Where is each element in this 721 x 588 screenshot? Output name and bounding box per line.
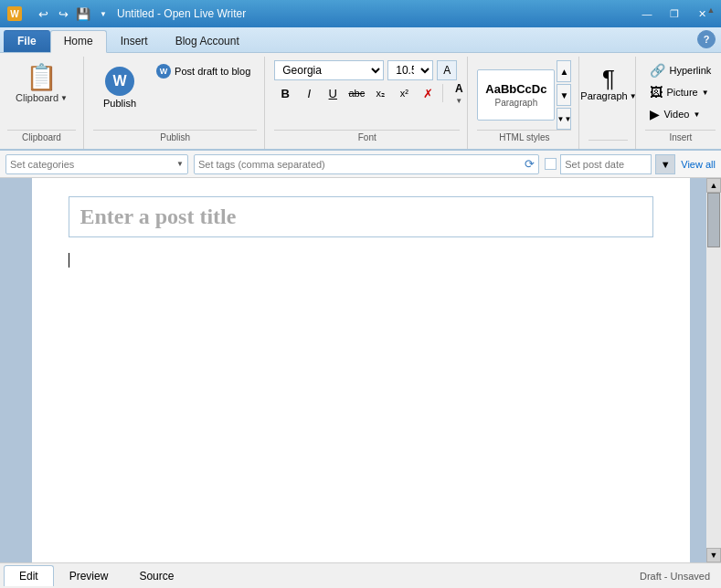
video-button[interactable]: ▶ Video ▼ [645, 104, 705, 124]
date-checkbox[interactable] [545, 158, 557, 170]
style-preview-text: AaBbCcDc [485, 82, 546, 96]
editor-body[interactable] [69, 252, 653, 435]
font-size-select[interactable]: 10.5 [387, 60, 433, 80]
paragraph-button[interactable]: ¶ Paragraph ▼ [570, 60, 646, 108]
video-label: Video [663, 109, 689, 120]
clipboard-label: Clipboard ▼ [16, 92, 68, 103]
superscript-button[interactable]: x² [393, 83, 415, 103]
post-draft-wrap: W Post draft to blog [150, 60, 257, 82]
tab-preview[interactable]: Preview [54, 565, 124, 586]
redo-btn[interactable]: ↪ [55, 5, 71, 22]
categories-select[interactable]: Set categories ▼ [5, 154, 188, 174]
maximize-btn[interactable]: ❐ [663, 5, 686, 22]
publish-icon: W [103, 65, 136, 98]
strikethrough-button[interactable]: abc [345, 83, 367, 103]
tab-file[interactable]: File [4, 30, 50, 52]
style-scroll-up[interactable]: ▲ [557, 60, 571, 82]
paragraph-label-wrap: Paragraph ▼ [580, 90, 636, 101]
highlight-color-button[interactable]: A ▼ [447, 83, 471, 103]
publish-content: W Publish W Post draft to blog [93, 57, 257, 130]
paragraph-icon: ¶ [602, 67, 615, 90]
font-content: Georgia 10.5 A B I U abc x₂ x² ✗ A ▼ [274, 57, 496, 130]
save-btn[interactable]: 💾 [75, 5, 91, 22]
blog-icon: W [105, 67, 134, 96]
paragraph-content: ¶ Paragraph ▼ [588, 57, 628, 140]
clear-format-button[interactable]: ✗ [417, 83, 439, 103]
status-bar: Edit Preview Source Draft - Unsaved [0, 562, 721, 588]
tab-home[interactable]: Home [50, 30, 107, 53]
subscript-button[interactable]: x₂ [369, 83, 391, 103]
view-all-link[interactable]: View all [681, 159, 716, 170]
tags-input[interactable] [198, 159, 525, 170]
style-preview-button[interactable]: AaBbCcDc Paragraph [477, 69, 555, 121]
editor-panel [32, 178, 690, 562]
separator [442, 84, 443, 102]
style-scroll-down[interactable]: ▼ [557, 84, 571, 106]
tags-input-wrap: ⟳ [194, 154, 539, 174]
style-preview-wrap: AaBbCcDc Paragraph ▲ ▼ ▼▼ [477, 60, 571, 130]
tab-blog-account[interactable]: Blog Account [162, 30, 253, 52]
paragraph-arrow: ▼ [630, 92, 637, 100]
font-group-label: Font [274, 130, 460, 145]
quick-access-toolbar: ↩ ↪ 💾 ▼ [35, 5, 111, 22]
post-draft-button[interactable]: W Post draft to blog [150, 60, 257, 82]
tab-source[interactable]: Source [123, 565, 189, 586]
font-format-row: B I U abc x₂ x² ✗ A ▼ A ▼ [274, 83, 496, 103]
categories-text: Set categories [10, 159, 176, 170]
scroll-up[interactable]: ▲ [706, 178, 721, 193]
title-bar-controls: — ❐ ✕ [635, 5, 714, 22]
status-text: Draft - Unsaved [640, 571, 717, 582]
style-expand[interactable]: ▼▼ [557, 108, 571, 130]
tags-icon[interactable]: ⟳ [525, 157, 535, 171]
date-wrap: ▼ [545, 154, 675, 174]
highlight-arrow: ▼ [455, 97, 462, 105]
video-icon: ▶ [650, 107, 660, 121]
publish-button[interactable]: W Publish [93, 60, 146, 113]
publish-group: W Publish W Post draft to blog Publish [86, 57, 265, 149]
italic-button[interactable]: I [298, 83, 320, 103]
app-icon: W [7, 6, 22, 21]
picture-button[interactable]: 🖼 Picture ▼ [645, 82, 713, 102]
scrollbar: ▲ ▼ [706, 178, 721, 562]
post-draft-icon: W [156, 64, 171, 79]
picture-arrow: ▼ [702, 89, 709, 97]
clipboard-button[interactable]: 📋 Clipboard ▼ [7, 60, 76, 108]
publish-group-label: Publish [93, 130, 257, 145]
paragraph-standalone-group: ¶ Paragraph ▼ [581, 57, 636, 149]
underline-button[interactable]: U [322, 83, 344, 103]
scroll-track[interactable] [706, 193, 721, 548]
insert-group-label: Insert [645, 130, 716, 145]
date-input[interactable] [560, 154, 652, 174]
bold-button[interactable]: B [274, 83, 296, 103]
scroll-down[interactable]: ▼ [706, 548, 721, 562]
clipboard-group: 📋 Clipboard ▼ Clipboard [4, 57, 84, 149]
help-button[interactable]: ? [697, 30, 716, 48]
font-name-row: Georgia 10.5 A [274, 60, 457, 80]
ribbon-tabs-right: ? [697, 30, 721, 52]
tags-bar: Set categories ▼ ⟳ ▼ View all [0, 151, 721, 178]
calendar-button[interactable]: ▼ [655, 154, 675, 174]
hyperlink-icon: 🔗 [650, 63, 665, 78]
html-styles-group-label: HTML styles [477, 130, 571, 145]
undo-btn[interactable]: ↩ [35, 5, 51, 22]
publish-label: Publish [103, 98, 136, 109]
minimize-btn[interactable]: — [635, 5, 659, 22]
hyperlink-label: Hyperlink [669, 65, 711, 76]
clipboard-icon: 📋 [26, 65, 58, 90]
tab-insert[interactable]: Insert [107, 30, 162, 52]
customize-btn[interactable]: ▼ [95, 5, 111, 22]
paragraph-group-label [588, 140, 628, 145]
window-title: Untitled - Open Live Writer [117, 7, 246, 20]
title-bar-left: W ↩ ↪ 💾 ▼ Untitled - Open Live Writer [7, 5, 246, 22]
tab-edit[interactable]: Edit [4, 565, 54, 586]
ribbon-tabs: File Home Insert Blog Account ? [0, 27, 721, 53]
hyperlink-button[interactable]: 🔗 Hyperlink [645, 60, 716, 80]
ribbon-collapse[interactable]: ▲ [705, 4, 717, 16]
style-preview-label: Paragraph [495, 98, 538, 108]
highlight-letter: A [455, 82, 463, 95]
picture-label: Picture [666, 87, 697, 98]
post-title-input[interactable] [69, 196, 653, 237]
html-styles-group: AaBbCcDc Paragraph ▲ ▼ ▼▼ HTML styles [470, 57, 579, 149]
font-special-btn[interactable]: A [437, 60, 457, 80]
font-name-select[interactable]: Georgia [274, 60, 384, 80]
